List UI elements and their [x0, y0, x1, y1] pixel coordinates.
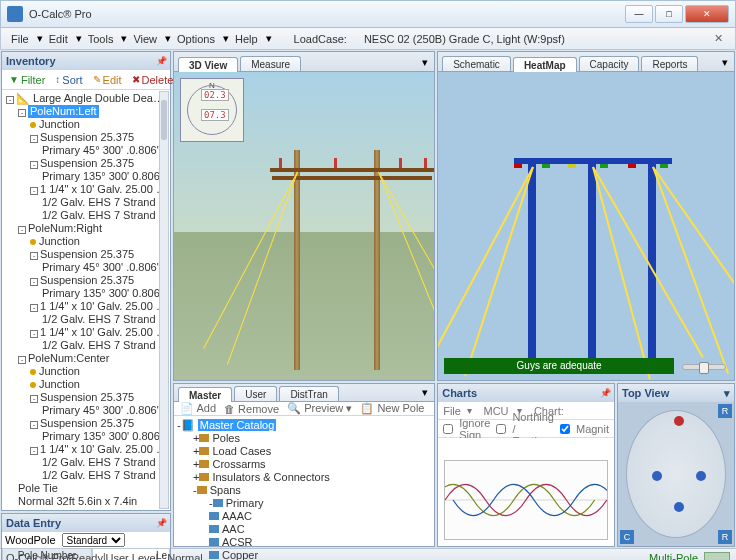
- topview-title: Top View: [622, 387, 669, 399]
- tree-item[interactable]: -1 1/4" x 10' Galv. 25.00 ft at 2: [4, 300, 168, 313]
- pin-icon[interactable]: 📌: [600, 388, 610, 398]
- tab-reports[interactable]: Reports: [641, 56, 698, 71]
- tree-item[interactable]: -Suspension 25.375: [4, 131, 168, 144]
- tree-item[interactable]: -Suspension 25.375: [4, 248, 168, 261]
- tab-master[interactable]: Master: [178, 387, 232, 402]
- heat-indicator: [660, 164, 668, 168]
- ignore-sign-check[interactable]: [443, 424, 453, 434]
- tree-item[interactable]: -1 1/4" x 10' Galv. 25.00 ft at 2: [4, 443, 168, 456]
- tab-measure[interactable]: Measure: [240, 56, 301, 71]
- menu-file[interactable]: File: [5, 31, 35, 47]
- menu-help[interactable]: Help: [229, 31, 264, 47]
- corner-r[interactable]: R: [718, 404, 732, 418]
- tree-item[interactable]: -PoleNum:Center: [4, 352, 168, 365]
- tree-item[interactable]: Junction: [4, 378, 168, 391]
- catalog-item[interactable]: ACSR: [177, 536, 431, 549]
- tree-item[interactable]: -Suspension 25.375: [4, 417, 168, 430]
- chart-plot[interactable]: [444, 460, 608, 540]
- tab-3dview[interactable]: 3D View: [178, 57, 238, 72]
- panel-dropdown-icon[interactable]: ▾: [716, 54, 734, 71]
- topview-viewport[interactable]: R R C: [618, 402, 734, 546]
- inventory-tree[interactable]: -📐 Large Angle Double Deadend (TH-5G) -P…: [2, 90, 170, 510]
- newpole-button[interactable]: 📋 New Pole: [360, 402, 424, 415]
- chart-file-button[interactable]: File: [443, 405, 461, 417]
- catalog-item[interactable]: AAC: [177, 523, 431, 536]
- menu-options[interactable]: Options: [171, 31, 221, 47]
- tree-item[interactable]: Primary 135° 300' 0.806": [4, 170, 168, 183]
- tree-item[interactable]: -Suspension 25.375: [4, 391, 168, 404]
- remove-button[interactable]: 🗑 Remove: [224, 403, 279, 415]
- tree-item[interactable]: Primary 135° 300' 0.806": [4, 287, 168, 300]
- catalog-item[interactable]: +Load Cases: [177, 445, 431, 458]
- catalog-item[interactable]: +Poles: [177, 432, 431, 445]
- maximize-button[interactable]: □: [655, 5, 683, 23]
- heatmap-viewport[interactable]: Guys are adequate: [438, 72, 734, 380]
- panel-dropdown-icon[interactable]: ▾: [724, 387, 730, 400]
- catalog-item[interactable]: Copper: [177, 549, 431, 560]
- catalog-item[interactable]: +Crossarms: [177, 458, 431, 471]
- panel-dropdown-icon[interactable]: ▾: [416, 54, 434, 71]
- menu-view[interactable]: View: [127, 31, 163, 47]
- tab-schematic[interactable]: Schematic: [442, 56, 511, 71]
- loadcase-value[interactable]: NESC 02 (250B) Grade C, Light (W:9psf): [358, 31, 571, 47]
- status-user: User Level : Normal: [106, 552, 203, 561]
- pole-type: WoodPole: [5, 534, 56, 546]
- tab-heatmap[interactable]: HeatMap: [513, 57, 577, 72]
- tree-item[interactable]: -1 1/4" x 10' Galv. 25.00 ft at 2: [4, 183, 168, 196]
- add-button[interactable]: 📄 Add: [180, 402, 216, 415]
- compass-widget[interactable]: N 02.3 07.3: [180, 78, 244, 142]
- tree-item[interactable]: -Suspension 25.375: [4, 157, 168, 170]
- menu-edit[interactable]: Edit: [43, 31, 74, 47]
- heatmap-slider[interactable]: [682, 364, 726, 370]
- catalog-item[interactable]: -Spans: [177, 484, 431, 497]
- tree-item[interactable]: Primary 135° 300' 0.806": [4, 430, 168, 443]
- tab-disttran[interactable]: DistTran: [279, 386, 338, 401]
- tree-item[interactable]: -PoleNum:Right: [4, 222, 168, 235]
- corner-r2[interactable]: R: [718, 530, 732, 544]
- tab-user[interactable]: User: [234, 386, 277, 401]
- sch-guy: [652, 167, 729, 374]
- 3d-viewport[interactable]: N 02.3 07.3: [174, 72, 434, 380]
- tree-item[interactable]: 1/2 Galv. EHS 7 Strand D: [4, 456, 168, 469]
- pin-icon[interactable]: 📌: [156, 56, 166, 66]
- pole-mode-select[interactable]: Standard: [62, 533, 125, 547]
- filter-button[interactable]: ▼ Filter: [6, 73, 48, 87]
- delete-button[interactable]: ✖ Delete: [129, 73, 177, 87]
- tree-item[interactable]: Junction: [4, 235, 168, 248]
- tree-item[interactable]: 1/2 Galv. EHS 7 Strand D: [4, 196, 168, 209]
- tab-capacity[interactable]: Capacity: [579, 56, 640, 71]
- tree-item[interactable]: Junction: [4, 365, 168, 378]
- tree-item[interactable]: -Suspension 25.375: [4, 274, 168, 287]
- panel-dropdown-icon[interactable]: ▾: [416, 384, 434, 401]
- scrollbar[interactable]: [159, 91, 169, 509]
- tree-item[interactable]: Junction: [4, 118, 168, 131]
- catalog-item[interactable]: AAAC: [177, 510, 431, 523]
- preview-button[interactable]: 🔍 Preview ▾: [287, 402, 352, 415]
- tree-item[interactable]: 1/2 Galv. EHS 7 Strand D: [4, 339, 168, 352]
- tree-item[interactable]: Primary 45° 300' .0.806": [4, 144, 168, 157]
- status-app: O-Calc® Pro: [6, 552, 69, 561]
- chart-mode[interactable]: MCU: [483, 405, 508, 417]
- catalog-tree[interactable]: -📘 Master Catalog +Poles+Load Cases+Cros…: [174, 416, 434, 560]
- tree-item[interactable]: 1/2 Galv. EHS 7 Strand D: [4, 209, 168, 222]
- tree-item[interactable]: -PoleNum:Left: [4, 105, 168, 118]
- magnitude-check[interactable]: [560, 424, 570, 434]
- menubar-close-icon[interactable]: ✕: [708, 32, 729, 45]
- tree-item[interactable]: Primary 45° 300' .0.806": [4, 261, 168, 274]
- catalog-item[interactable]: -Primary: [177, 497, 431, 510]
- tree-item[interactable]: Primary 45° 300' .0.806": [4, 404, 168, 417]
- tree-item[interactable]: 1/2 Galv. EHS 7 Strand D: [4, 313, 168, 326]
- minimize-button[interactable]: —: [625, 5, 653, 23]
- sort-button[interactable]: ↕ Sort: [52, 73, 85, 87]
- edit-button[interactable]: ✎ Edit: [90, 73, 125, 87]
- tree-item[interactable]: -1 1/4" x 10' Galv. 25.00 ft at 3: [4, 326, 168, 339]
- tree-item[interactable]: 1/2 Galv. EHS 7 Strand D: [4, 469, 168, 482]
- corner-c[interactable]: C: [620, 530, 634, 544]
- menu-tools[interactable]: Tools: [82, 31, 120, 47]
- northing-check[interactable]: [496, 424, 506, 434]
- catalog-item[interactable]: +Insulators & Connectors: [177, 471, 431, 484]
- pin-icon[interactable]: 📌: [156, 518, 166, 528]
- tree-item[interactable]: Normal 32ft 5.6in x 7.4in: [4, 495, 168, 508]
- tree-item[interactable]: Pole Tie: [4, 482, 168, 495]
- close-button[interactable]: ✕: [685, 5, 729, 23]
